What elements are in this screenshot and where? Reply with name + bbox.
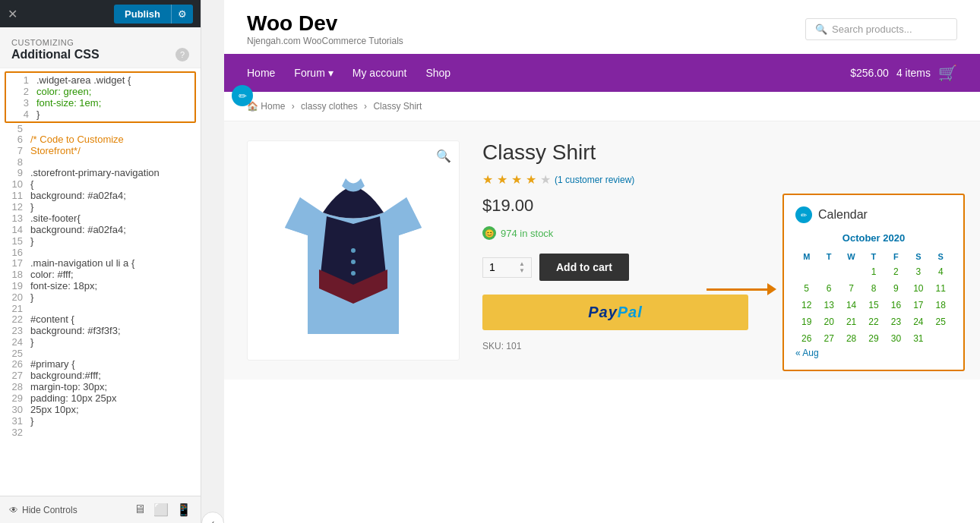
arrow-head	[767, 283, 776, 295]
add-to-cart-button[interactable]: Add to cart	[539, 254, 629, 281]
calendar-edit-icon[interactable]: ✏	[795, 206, 812, 223]
line-number: 23	[6, 325, 23, 336]
star-3: ★	[511, 172, 522, 187]
calendar-day[interactable]: 9	[885, 280, 907, 297]
calendar-day[interactable]: 24	[907, 313, 929, 330]
site-subtitle: Njengah.com WooCommerce Tutorials	[247, 36, 403, 46]
mobile-view-icon[interactable]: 📱	[176, 503, 191, 517]
calendar-day[interactable]: 12	[795, 297, 817, 313]
line-number: 30	[6, 404, 23, 415]
nav-home[interactable]: Home	[247, 67, 275, 79]
forum-dropdown-icon: ▾	[328, 67, 334, 79]
calendar-day[interactable]: 5	[795, 280, 817, 297]
line-number: 5	[6, 123, 23, 134]
cal-header-m: M	[795, 250, 817, 263]
calendar-day[interactable]: 28	[840, 330, 862, 347]
calendar-day[interactable]: 3	[907, 263, 929, 280]
calendar-day[interactable]: 31	[907, 330, 929, 347]
calendar-day[interactable]: 13	[817, 297, 839, 313]
calendar-day[interactable]: 15	[862, 297, 884, 313]
cart-amount: $256.00	[850, 67, 889, 79]
customizer-header: Customizing Additional CSS ?	[0, 27, 201, 68]
nav-cart[interactable]: $256.00 4 items 🛒	[850, 64, 957, 82]
line-number: 4	[12, 109, 29, 120]
calendar-day[interactable]: 30	[885, 330, 907, 347]
cart-items-count: 4 items	[896, 67, 931, 79]
calendar-day	[817, 263, 839, 280]
calendar-day[interactable]: 22	[862, 313, 884, 330]
product-image-area: 🔍	[247, 140, 460, 361]
line-number: 16	[6, 247, 23, 257]
calendar-day[interactable]: 7	[840, 280, 862, 297]
line-content: padding: 10px 25px	[30, 392, 116, 404]
back-button[interactable]: ‹	[201, 512, 224, 523]
calendar-day[interactable]: 16	[885, 297, 907, 313]
line-content: color: green;	[36, 86, 91, 97]
site-frame: ✏ Woo Dev Njengah.com WooCommerce Tutori…	[224, 0, 980, 523]
calendar-day[interactable]: 1	[862, 263, 884, 280]
close-button[interactable]: ✕	[8, 7, 17, 21]
customizer-section-label: Customizing	[11, 38, 74, 47]
hide-controls-label: Hide Controls	[22, 505, 77, 515]
calendar-day[interactable]: 6	[817, 280, 839, 297]
search-box[interactable]: 🔍 Search products...	[805, 18, 957, 40]
qty-up[interactable]: ▲	[519, 261, 525, 267]
publish-button[interactable]: Publish	[114, 5, 171, 24]
desktop-view-icon[interactable]: 🖥	[134, 503, 146, 517]
calendar-day[interactable]: 29	[862, 330, 884, 347]
qty-down[interactable]: ▼	[519, 268, 525, 274]
stock-text: 974 in stock	[501, 228, 553, 239]
product-rating: ★ ★ ★ ★ ★ (1 customer review)	[482, 172, 957, 187]
breadcrumb-category[interactable]: classy clothes	[301, 101, 358, 112]
zoom-icon[interactable]: 🔍	[436, 149, 451, 163]
breadcrumb-home[interactable]: Home	[261, 101, 285, 112]
calendar-day[interactable]: 4	[930, 263, 952, 280]
calendar-day[interactable]: 10	[907, 280, 929, 297]
code-editor[interactable]: 1.widget-area .widget { 2 color: green; …	[0, 68, 201, 496]
line-number: 17	[6, 257, 23, 269]
orange-arrow	[707, 283, 776, 295]
bottom-bar: 👁 Hide Controls 🖥 ⬜ 📱	[0, 496, 201, 523]
search-icon: 🔍	[815, 24, 827, 35]
line-content: .main-navigation ul li a {	[30, 257, 134, 269]
calendar-day[interactable]: 27	[817, 330, 839, 347]
line-content: #primary {	[30, 358, 75, 370]
star-5: ★	[540, 172, 551, 187]
line-content: }	[30, 291, 33, 303]
calendar-day[interactable]: 18	[930, 297, 952, 313]
calendar-day[interactable]: 11	[930, 280, 952, 297]
paypal-button[interactable]: PayPal	[482, 295, 748, 330]
quantity-input[interactable]: 1 ▲ ▼	[482, 257, 532, 278]
review-link[interactable]: (1 customer review)	[555, 175, 634, 185]
line-content: }	[30, 235, 33, 247]
calendar-day[interactable]: 26	[795, 330, 817, 347]
nav-forum[interactable]: Forum ▾	[294, 67, 333, 79]
calendar-day[interactable]: 17	[907, 297, 929, 313]
sku-label: SKU:	[482, 341, 504, 351]
hide-controls-button[interactable]: 👁 Hide Controls	[9, 505, 77, 515]
calendar-day[interactable]: 23	[885, 313, 907, 330]
line-number: 20	[6, 291, 23, 303]
line-number: 21	[6, 303, 23, 313]
star-1: ★	[482, 172, 493, 187]
nav-shop[interactable]: Shop	[425, 67, 450, 79]
line-number: 6	[6, 134, 23, 145]
calendar-day[interactable]: 20	[817, 313, 839, 330]
calendar-day[interactable]: 21	[840, 313, 862, 330]
calendar-day[interactable]: 14	[840, 297, 862, 313]
calendar-day[interactable]: 19	[795, 313, 817, 330]
cal-header-s1: S	[907, 250, 929, 263]
gear-button[interactable]: ⚙	[171, 5, 193, 24]
calendar-prev-link[interactable]: « Aug	[795, 348, 819, 358]
main-content: ✏ Woo Dev Njengah.com WooCommerce Tutori…	[224, 0, 980, 523]
calendar-widget: ✏ Calendar October 2020 M T W T F S S	[782, 194, 965, 371]
calendar-day[interactable]: 25	[930, 313, 952, 330]
nav-my-account[interactable]: My account	[352, 67, 407, 79]
edit-nav-pencil[interactable]: ✏	[232, 85, 253, 106]
tablet-view-icon[interactable]: ⬜	[153, 503, 169, 517]
help-icon[interactable]: ?	[175, 48, 189, 61]
line-content: /* Code to Customize	[30, 134, 124, 145]
calendar-day[interactable]: 8	[862, 280, 884, 297]
calendar-day[interactable]: 2	[885, 263, 907, 280]
line-number: 9	[6, 167, 23, 178]
